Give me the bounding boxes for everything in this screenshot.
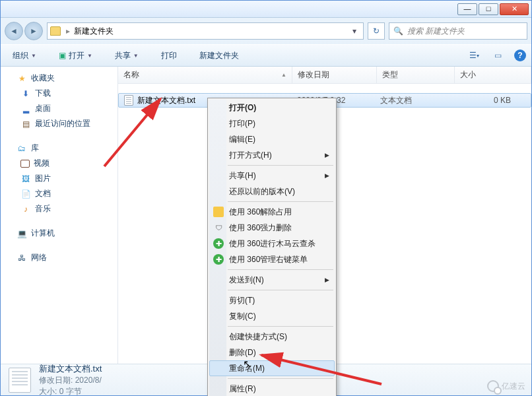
folder-yellow-icon bbox=[213, 207, 224, 217]
col-size[interactable]: 大小 bbox=[455, 67, 531, 83]
folder-icon bbox=[50, 26, 61, 36]
share-button[interactable]: 共享▼ bbox=[108, 48, 145, 64]
details-date-label: 修改日期: bbox=[39, 376, 73, 385]
sidebar-item-music[interactable]: ♪音乐 bbox=[1, 201, 117, 216]
details-date-value: 2020/8/ bbox=[75, 376, 102, 385]
ctx-sendto[interactable]: 发送到(N)▶ bbox=[209, 272, 335, 288]
refresh-button[interactable]: ↻ bbox=[368, 22, 385, 40]
shield-green-icon: ✚ bbox=[213, 254, 224, 265]
search-input[interactable]: 🔍 搜索 新建文件夹 bbox=[389, 22, 527, 40]
shield-gray-icon: 🛡 bbox=[213, 222, 224, 233]
ctx-shortcut[interactable]: 创建快捷方式(S) bbox=[209, 329, 335, 345]
sidebar-libraries[interactable]: 🗂库 bbox=[1, 141, 117, 156]
address-dropdown-icon[interactable]: ▾ bbox=[349, 26, 360, 36]
sidebar: ★收藏夹 ⬇下载 ▂桌面 ▤最近访问的位置 🗂库 视频 🖼图片 📄文档 ♪音乐 … bbox=[1, 67, 118, 364]
sidebar-item-desktop[interactable]: ▂桌面 bbox=[1, 101, 117, 116]
ctx-cut[interactable]: 剪切(T) bbox=[209, 292, 335, 308]
help-button[interactable]: ? bbox=[514, 50, 526, 61]
preview-pane-button[interactable]: ▭ bbox=[490, 48, 505, 63]
details-filename: 新建文本文档.txt bbox=[39, 363, 108, 375]
watermark-text: 亿速云 bbox=[502, 381, 525, 392]
details-size-value: 0 字节 bbox=[59, 387, 82, 396]
organize-button[interactable]: 组织▼ bbox=[6, 48, 43, 64]
sidebar-computer[interactable]: 💻计算机 bbox=[1, 226, 117, 241]
context-menu: 打开(O) 打印(P) 编辑(E) 打开方式(H)▶ 共享(H)▶ 还原以前的版… bbox=[207, 98, 337, 396]
search-placeholder: 搜索 新建文件夹 bbox=[407, 26, 465, 37]
ctx-rename[interactable]: 重命名(M) bbox=[209, 360, 335, 376]
sidebar-item-documents[interactable]: 📄文档 bbox=[1, 186, 117, 201]
details-file-icon bbox=[9, 368, 31, 393]
ctx-copy[interactable]: 复制(C) bbox=[209, 308, 335, 324]
ctx-open[interactable]: 打开(O) bbox=[209, 100, 335, 116]
watermark-logo-icon bbox=[487, 380, 499, 392]
back-button[interactable]: ◄ bbox=[5, 22, 23, 40]
col-type[interactable]: 类型 bbox=[377, 67, 455, 83]
ctx-print[interactable]: 打印(P) bbox=[209, 116, 335, 131]
search-icon: 🔍 bbox=[393, 26, 403, 36]
file-size: 0 KB bbox=[451, 96, 531, 105]
toolbar: 组织▼ ▣打开▼ 共享▼ 打印 新建文件夹 ☰▾ ▭ ? bbox=[1, 44, 531, 67]
sidebar-item-downloads[interactable]: ⬇下载 bbox=[1, 86, 117, 101]
ctx-properties[interactable]: 属性(R) bbox=[209, 381, 335, 396]
sidebar-favorites[interactable]: ★收藏夹 bbox=[1, 71, 117, 86]
print-button[interactable]: 打印 bbox=[154, 48, 183, 64]
titlebar: — □ ✕ bbox=[1, 1, 531, 18]
shield-green-icon: ✚ bbox=[213, 238, 224, 249]
close-button[interactable]: ✕ bbox=[500, 3, 529, 15]
breadcrumb-current[interactable]: 新建文件夹 bbox=[71, 26, 116, 37]
ctx-360-menu[interactable]: ✚使用 360管理右键菜单 bbox=[209, 251, 335, 267]
sidebar-item-recent[interactable]: ▤最近访问的位置 bbox=[1, 116, 117, 131]
ctx-delete[interactable]: 删除(D) bbox=[209, 345, 335, 360]
column-headers: 名称▲ 修改日期 类型 大小 bbox=[118, 67, 531, 84]
col-date[interactable]: 修改日期 bbox=[292, 67, 377, 83]
sidebar-network[interactable]: 🖧网络 bbox=[1, 250, 117, 265]
forward-button[interactable]: ► bbox=[24, 22, 43, 40]
sidebar-item-pictures[interactable]: 🖼图片 bbox=[1, 171, 117, 186]
address-bar[interactable]: ▸ 新建文件夹 ▾ bbox=[47, 22, 364, 40]
file-type: 文本文档 bbox=[375, 95, 451, 106]
minimize-button[interactable]: — bbox=[457, 3, 477, 15]
file-name: 新建文本文档.txt bbox=[137, 95, 195, 106]
col-name[interactable]: 名称▲ bbox=[118, 67, 292, 83]
sidebar-item-videos[interactable]: 视频 bbox=[1, 156, 117, 171]
ctx-share[interactable]: 共享(H)▶ bbox=[209, 168, 335, 183]
watermark: 亿速云 bbox=[487, 380, 525, 392]
text-file-icon bbox=[124, 95, 133, 106]
ctx-360-forcedel[interactable]: 🛡使用 360强力删除 bbox=[209, 220, 335, 236]
details-size-label: 大小: bbox=[39, 387, 57, 396]
breadcrumb-sep: ▸ bbox=[65, 26, 71, 36]
ctx-360-scan[interactable]: ✚使用 360进行木马云查杀 bbox=[209, 236, 335, 251]
open-button[interactable]: ▣打开▼ bbox=[52, 48, 99, 64]
ctx-restore[interactable]: 还原以前的版本(V) bbox=[209, 183, 335, 199]
view-button[interactable]: ☰▾ bbox=[467, 48, 481, 63]
maximize-button[interactable]: □ bbox=[479, 3, 498, 15]
newfolder-button[interactable]: 新建文件夹 bbox=[193, 48, 246, 64]
navbar: ◄ ► ▸ 新建文件夹 ▾ ↻ 🔍 搜索 新建文件夹 bbox=[1, 18, 531, 44]
ctx-openwith[interactable]: 打开方式(H)▶ bbox=[209, 147, 335, 163]
ctx-360-unlock[interactable]: 使用 360解除占用 bbox=[209, 204, 335, 220]
ctx-edit[interactable]: 编辑(E) bbox=[209, 131, 335, 147]
